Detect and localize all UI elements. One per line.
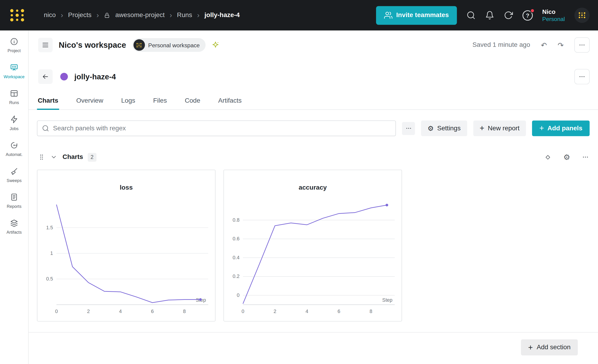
settings-button[interactable]: ⚙ Settings: [421, 120, 467, 136]
user-name: Nico: [542, 8, 565, 16]
help-icon[interactable]: ?: [522, 10, 533, 21]
run-color-dot: [60, 73, 68, 81]
tab-logs[interactable]: Logs: [120, 93, 136, 109]
chart-title: loss: [37, 170, 215, 191]
run-header-actions: [574, 69, 590, 84]
panel-toolbar: ⚙ Settings + New report + Add panels: [37, 120, 590, 136]
section-gear-icon[interactable]: ⚙: [563, 153, 570, 161]
left-sidebar: Project Workspace Runs Jobs Automat.: [0, 30, 29, 364]
svg-text:2: 2: [87, 309, 90, 314]
svg-text:0: 0: [241, 309, 244, 314]
topbar: nico › Projects › awesome-project › Runs…: [0, 0, 598, 30]
plus-icon: +: [528, 343, 533, 351]
sidebar-item-artifacts[interactable]: Artifacts: [0, 219, 28, 235]
add-section-button[interactable]: + Add section: [521, 339, 578, 355]
jobs-bolt-icon: [10, 115, 18, 124]
svg-text:6: 6: [338, 309, 340, 314]
wandb-logo-icon[interactable]: [9, 8, 25, 22]
add-panels-button[interactable]: + Add panels: [532, 120, 590, 136]
notifications-bell-icon[interactable]: [485, 11, 494, 20]
tab-charts[interactable]: Charts: [37, 93, 59, 109]
breadcrumb-separator: ›: [96, 11, 99, 19]
gear-icon: ⚙: [427, 125, 434, 132]
tab-artifacts[interactable]: Artifacts: [217, 93, 242, 109]
artifacts-layers-icon: [10, 219, 18, 227]
svg-text:4: 4: [306, 309, 308, 314]
svg-text:0.6: 0.6: [233, 236, 240, 241]
chart-title: accuracy: [224, 170, 401, 191]
notification-dot: [530, 8, 535, 13]
sidebar-item-jobs[interactable]: Jobs: [0, 115, 28, 131]
workspace-avatar: [133, 39, 145, 51]
svg-text:0.8: 0.8: [233, 217, 240, 223]
breadcrumb-separator: ›: [61, 11, 63, 19]
search-icon: [42, 125, 49, 132]
svg-text:2: 2: [274, 309, 276, 314]
back-button[interactable]: [38, 69, 53, 84]
charts-section-actions: ⚙: [544, 153, 589, 161]
tab-files[interactable]: Files: [152, 93, 168, 109]
svg-text:1: 1: [50, 250, 53, 256]
refresh-icon[interactable]: [504, 11, 513, 20]
workspace-overflow-menu-button[interactable]: [574, 37, 590, 53]
breadcrumb: nico › Projects › awesome-project › Runs…: [44, 11, 240, 19]
panel-search-input[interactable]: [53, 124, 391, 132]
pin-icon[interactable]: [544, 153, 551, 161]
breadcrumb-project[interactable]: awesome-project: [115, 12, 165, 19]
sidebar-item-workspace[interactable]: Workspace: [0, 63, 28, 79]
lock-icon: [104, 12, 110, 18]
wandb-app: nico › Projects › awesome-project › Runs…: [0, 0, 598, 364]
workspace-header: Nico's workspace Personal workspace Save…: [38, 37, 590, 54]
redo-button[interactable]: ↷: [554, 38, 568, 52]
toolbar-overflow-menu-button[interactable]: [402, 122, 415, 135]
sidebar-item-reports[interactable]: Reports: [0, 193, 28, 208]
run-header: jolly-haze-4: [38, 68, 590, 85]
run-overflow-menu-button[interactable]: [574, 69, 590, 84]
main-content: Nico's workspace Personal workspace Save…: [29, 30, 598, 364]
svg-text:Step: Step: [382, 297, 392, 303]
breadcrumb-projects[interactable]: Projects: [68, 12, 91, 19]
sparkle-icon[interactable]: [211, 40, 220, 50]
charts-section-header: Charts 2 ⚙: [38, 151, 589, 163]
footer: + Add section: [29, 333, 598, 356]
svg-text:4: 4: [119, 309, 122, 314]
workspace-badge[interactable]: Personal workspace: [132, 38, 206, 52]
breadcrumb-run[interactable]: jolly-haze-4: [204, 12, 240, 19]
svg-text:8: 8: [183, 309, 186, 314]
user-menu[interactable]: Nico Personal: [542, 8, 565, 23]
users-icon: [384, 11, 392, 19]
svg-text:1.5: 1.5: [46, 225, 53, 231]
sidebar-item-automations[interactable]: Automat.: [0, 141, 28, 157]
svg-text:0.2: 0.2: [233, 273, 240, 279]
user-avatar[interactable]: [574, 8, 590, 23]
automations-icon: [10, 141, 18, 149]
sweeps-broom-icon: [10, 167, 18, 175]
plus-icon: +: [540, 124, 544, 132]
accuracy-chart-panel[interactable]: accuracy 00.20.40.60.802468Step: [224, 170, 402, 322]
chart-panels: loss 0.511.502468Step accuracy 00.20.40.…: [37, 170, 590, 322]
new-report-button[interactable]: + New report: [473, 120, 526, 136]
invite-teammates-button[interactable]: Invite teammates: [376, 6, 457, 25]
tab-code[interactable]: Code: [184, 93, 201, 109]
drag-handle-icon[interactable]: [38, 154, 45, 161]
breadcrumb-user[interactable]: nico: [44, 12, 56, 19]
chevron-down-icon[interactable]: [50, 154, 57, 161]
breadcrumb-runs[interactable]: Runs: [177, 12, 192, 19]
user-scope: Personal: [542, 16, 565, 23]
workspace-menu-button[interactable]: [38, 38, 53, 52]
charts-section-title: Charts: [63, 153, 83, 161]
sidebar-item-runs[interactable]: Runs: [0, 89, 28, 105]
section-overflow-menu-icon[interactable]: [582, 154, 589, 161]
tab-overview[interactable]: Overview: [75, 93, 104, 109]
search-icon[interactable]: [466, 11, 475, 20]
undo-button[interactable]: ↶: [537, 38, 551, 52]
breadcrumb-separator: ›: [197, 11, 199, 19]
history-controls: ↶ ↷: [537, 38, 568, 52]
sidebar-item-sweeps[interactable]: Sweeps: [0, 167, 28, 183]
loss-chart-panel[interactable]: loss 0.511.502468Step: [37, 170, 216, 322]
breadcrumb-separator: ›: [170, 11, 172, 19]
svg-text:0.5: 0.5: [46, 276, 53, 282]
svg-text:0.4: 0.4: [233, 255, 240, 260]
workspace-title: Nico's workspace: [59, 40, 126, 50]
sidebar-item-project[interactable]: Project: [0, 37, 28, 53]
